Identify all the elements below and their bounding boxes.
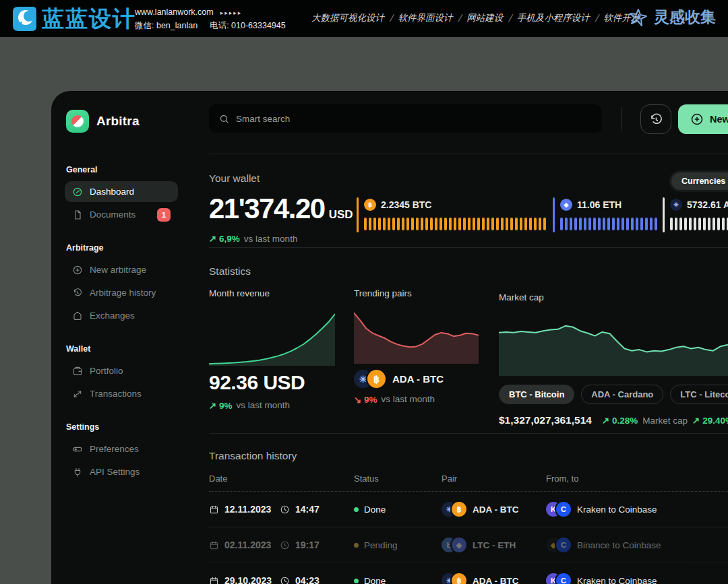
sidebar-item-transactions[interactable]: Transactions bbox=[65, 383, 178, 404]
banner-nav: 大数据可视化设计/软件界面设计/网站建设/手机及小程序设计/软件开发 bbox=[311, 12, 615, 24]
topbar-divider bbox=[621, 107, 622, 131]
statistics-row: Month revenue 92.36 USD ↗ 9% vs last mon… bbox=[209, 288, 728, 426]
route-cell: KCKraken to Coinbase bbox=[546, 502, 708, 517]
clock-icon bbox=[280, 505, 290, 515]
collect-star-icon bbox=[628, 7, 648, 28]
holding-ada: ✳5732.61 ADA bbox=[663, 197, 728, 234]
transaction-row[interactable]: 02.11.202319:17PendingŁ◆LTC - ETH◆CBinan… bbox=[209, 527, 728, 563]
status-dot bbox=[354, 579, 359, 583]
month-revenue-change: ↗ 9% vs last month bbox=[209, 400, 335, 411]
btc-coin-icon: ฿ bbox=[452, 502, 466, 517]
column-header-from-to: From, to bbox=[546, 474, 708, 484]
transactions-icon bbox=[72, 389, 83, 399]
sidebar-section-title: Wallet bbox=[66, 344, 177, 354]
brand-name: Arbitra bbox=[96, 114, 140, 129]
sidebar-item-documents[interactable]: Documents1 bbox=[65, 204, 178, 225]
eth-coin-icon: ◆ bbox=[452, 538, 466, 552]
holding-label: ฿2.2345 BTC bbox=[364, 197, 553, 212]
column-header-date: Date bbox=[209, 474, 354, 484]
sidebar: Arbitra GeneralDashboardDocuments1Arbitr… bbox=[51, 91, 190, 584]
divider bbox=[209, 154, 728, 154]
status-cell: Done bbox=[354, 576, 442, 584]
clock-icon bbox=[280, 540, 290, 550]
new-arbitrage-button[interactable]: New arbitrage bbox=[678, 104, 728, 134]
sidebar-section: GeneralDashboardDocuments1 bbox=[66, 165, 177, 225]
nav-separator: / bbox=[508, 12, 512, 23]
banner-nav-item[interactable]: 大数据可视化设计 bbox=[311, 12, 384, 23]
coin-pill-ada[interactable]: ADA - Cardano bbox=[581, 385, 663, 404]
transaction-row[interactable]: 12.11.202314:47Done✳฿ADA - BTCKCKraken t… bbox=[209, 492, 728, 527]
coin-pills-row: BTC - BitcoinADA - CardanoLTC - Litecoin… bbox=[499, 385, 728, 404]
search-box[interactable] bbox=[209, 104, 602, 133]
divider bbox=[209, 433, 728, 434]
search-input[interactable] bbox=[236, 114, 592, 124]
history-button[interactable] bbox=[640, 104, 671, 134]
market-cap-header: Market cap 1D7D1M bbox=[499, 288, 728, 309]
sidebar-section: WalletPortfolioTransactions bbox=[66, 344, 177, 404]
sidebar-item-label: Dashboard bbox=[90, 187, 134, 197]
sidebar-item-label: Transactions bbox=[90, 389, 142, 399]
notification-badge: 1 bbox=[157, 208, 171, 222]
sidebar-item-arbitrage-history[interactable]: Arbitrage history bbox=[65, 282, 178, 303]
nav-separator: / bbox=[595, 12, 599, 23]
banner-nav-item[interactable]: 手机及小程序设计 bbox=[517, 12, 590, 23]
history-icon bbox=[649, 112, 663, 127]
sidebar-item-exchanges[interactable]: Exchanges bbox=[65, 305, 178, 326]
document-icon bbox=[72, 209, 83, 220]
pair-coin-icons: ✳฿ bbox=[354, 370, 386, 388]
cap-change: ↗ 0.28% bbox=[602, 415, 638, 426]
sidebar-item-label: Portfolio bbox=[90, 366, 123, 376]
holding-ticks bbox=[670, 218, 728, 230]
wallet-balance: 21'374.20USD bbox=[209, 194, 357, 230]
sidebar-item-label: Exchanges bbox=[90, 311, 135, 321]
sidebar-item-new-arbitrage[interactable]: New arbitrage bbox=[65, 259, 178, 280]
wallet-title: Your wallet bbox=[209, 172, 728, 185]
sidebar-item-api-settings[interactable]: API Settings bbox=[65, 461, 178, 482]
sidebar-section-title: Settings bbox=[66, 422, 177, 432]
date-cell: 29.10.202304:23 bbox=[209, 575, 354, 584]
btc-coin-icon: ฿ bbox=[452, 573, 466, 584]
market-cap-card: Market cap 1D7D1M BTC - BitcoinADA - Car… bbox=[499, 288, 728, 426]
portfolio-icon bbox=[72, 366, 83, 377]
amount-cell: 0.0021 bbox=[708, 499, 728, 519]
preferences-icon bbox=[72, 444, 83, 455]
banner-nav-item[interactable]: 软件界面设计 bbox=[398, 12, 453, 23]
banner-nav-item[interactable]: 网站建设 bbox=[466, 12, 503, 23]
month-revenue-label: Month revenue bbox=[209, 288, 335, 300]
collect-label: 灵感收集 bbox=[654, 7, 716, 28]
holding-label: ◆11.06 ETH bbox=[560, 197, 663, 212]
sidebar-item-preferences[interactable]: Preferences bbox=[65, 439, 178, 459]
transactions-header: DateStatusPairFrom, to bbox=[209, 474, 728, 492]
holding-eth: ◆11.06 ETH bbox=[553, 197, 663, 234]
coin-pill-ltc[interactable]: LTC - Litecoin bbox=[670, 385, 728, 404]
sidebar-item-dashboard[interactable]: Dashboard bbox=[65, 181, 178, 202]
month-revenue-card: Month revenue 92.36 USD ↗ 9% vs last mon… bbox=[209, 288, 335, 426]
month-revenue-chart bbox=[209, 309, 335, 366]
lanlan-logo-text: 蓝蓝设计 bbox=[42, 4, 136, 34]
coin-pill-btc[interactable]: BTC - Bitcoin bbox=[499, 385, 574, 404]
statistics-title: Statistics bbox=[209, 265, 728, 278]
trending-pair: ✳฿ ADA - BTC bbox=[354, 370, 479, 388]
status-label: Done bbox=[364, 576, 386, 584]
holding-amount: 11.06 ETH bbox=[577, 199, 621, 210]
wallet-tabs: CurrenciesExchanges bbox=[669, 170, 728, 192]
date-cell: 02.11.202319:17 bbox=[209, 540, 354, 550]
btc-coin-icon: ฿ bbox=[364, 199, 376, 211]
column-header-pair: Pair bbox=[442, 474, 546, 484]
status-label: Done bbox=[364, 505, 386, 515]
sidebar-menu: GeneralDashboardDocuments1ArbitrageNew a… bbox=[66, 165, 177, 482]
wallet-tab-currencies[interactable]: Currencies bbox=[671, 172, 728, 190]
sidebar-item-portfolio[interactable]: Portfolio bbox=[65, 360, 178, 381]
transaction-row[interactable]: 29.10.202304:23Done✳฿ADA - BTCKCKraken t… bbox=[209, 563, 728, 584]
banner-wechat: 微信: ben_lanlan bbox=[135, 21, 198, 30]
holding-marker bbox=[663, 197, 665, 232]
balance-column: 21'374.20USD ↗ 6,9% vs last month bbox=[209, 194, 357, 243]
api-settings-icon bbox=[72, 467, 83, 478]
trending-pairs-change: ↘ 9% vs last month bbox=[354, 394, 479, 405]
market-cap-label: Market cap bbox=[499, 292, 544, 304]
sidebar-item-label: New arbitrage bbox=[90, 265, 146, 275]
wallet-change: ↗ 6,9% vs last month bbox=[209, 233, 357, 244]
calendar-icon bbox=[209, 576, 219, 584]
route-cell: KCKraken to Coinbase bbox=[546, 573, 708, 584]
market-cap-chart bbox=[499, 317, 728, 376]
